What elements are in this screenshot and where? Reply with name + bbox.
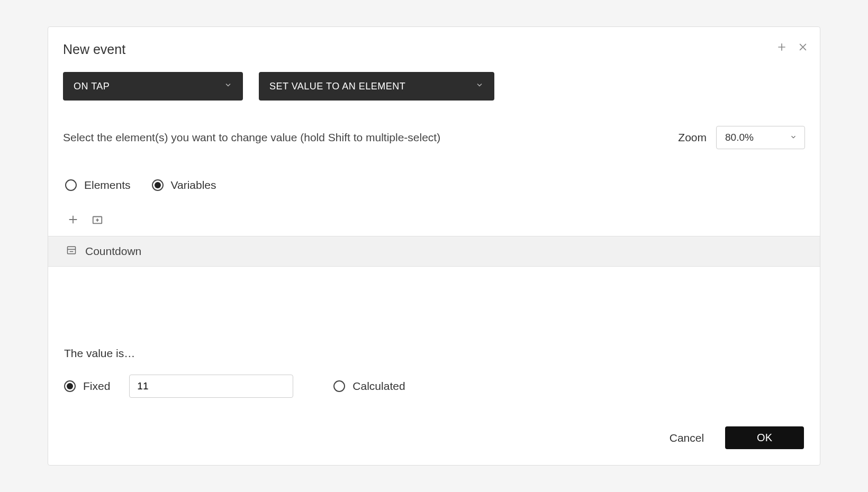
radio-indicator	[333, 380, 345, 392]
variable-icon	[66, 245, 77, 258]
ok-button[interactable]: OK	[725, 426, 804, 449]
radio-elements-label: Elements	[84, 179, 131, 192]
add-folder-icon[interactable]	[91, 213, 104, 226]
chevron-down-icon	[224, 81, 232, 92]
trigger-select[interactable]: ON TAP	[63, 72, 243, 101]
value-mode-row: Fixed Calculated	[64, 375, 805, 398]
action-select[interactable]: SET VALUE TO AN ELEMENT	[259, 72, 494, 101]
variable-list: Countdown	[48, 236, 820, 267]
instruction-row: Select the element(s) you want to change…	[48, 101, 820, 149]
instruction-text: Select the element(s) you want to change…	[63, 131, 440, 144]
dialog-footer: Cancel OK	[48, 408, 820, 465]
radio-calculated-label: Calculated	[352, 380, 405, 393]
variable-row[interactable]: Countdown	[48, 236, 820, 267]
target-mode-radio-group: Elements Variables	[48, 149, 820, 192]
svg-rect-1	[68, 247, 76, 253]
trigger-select-value: ON TAP	[74, 81, 110, 92]
add-icon[interactable]	[774, 40, 789, 54]
new-event-dialog: New event ON TAP SET VALUE TO AN ELEMENT…	[48, 26, 820, 466]
chevron-down-icon	[475, 81, 484, 92]
add-variable-icon[interactable]	[66, 213, 80, 226]
zoom-label: Zoom	[678, 131, 707, 144]
fixed-value-input[interactable]	[129, 375, 293, 398]
dialog-title: New event	[63, 37, 125, 57]
variable-name: Countdown	[85, 245, 141, 258]
action-select-value: SET VALUE TO AN ELEMENT	[269, 81, 405, 92]
radio-fixed[interactable]: Fixed	[64, 380, 110, 393]
event-config-row: ON TAP SET VALUE TO AN ELEMENT	[48, 57, 820, 101]
radio-indicator	[64, 380, 76, 392]
radio-calculated[interactable]: Calculated	[333, 380, 405, 393]
close-icon[interactable]	[795, 40, 810, 54]
zoom-select[interactable]: 80.0%	[716, 126, 805, 149]
zoom-value: 80.0%	[725, 132, 754, 143]
cancel-button[interactable]: Cancel	[670, 432, 704, 444]
zoom-control: Zoom 80.0%	[678, 126, 805, 149]
radio-indicator	[65, 179, 77, 191]
radio-variables-label: Variables	[171, 179, 216, 192]
header-controls	[774, 40, 810, 54]
chevron-down-icon	[790, 132, 797, 143]
dialog-header: New event	[48, 27, 820, 57]
value-section: The value is… Fixed Calculated	[48, 347, 820, 408]
radio-fixed-label: Fixed	[83, 380, 110, 393]
radio-variables[interactable]: Variables	[152, 179, 216, 192]
variable-toolbar	[48, 192, 820, 236]
radio-elements[interactable]: Elements	[65, 179, 131, 192]
value-heading: The value is…	[64, 347, 805, 360]
radio-indicator	[152, 179, 164, 191]
